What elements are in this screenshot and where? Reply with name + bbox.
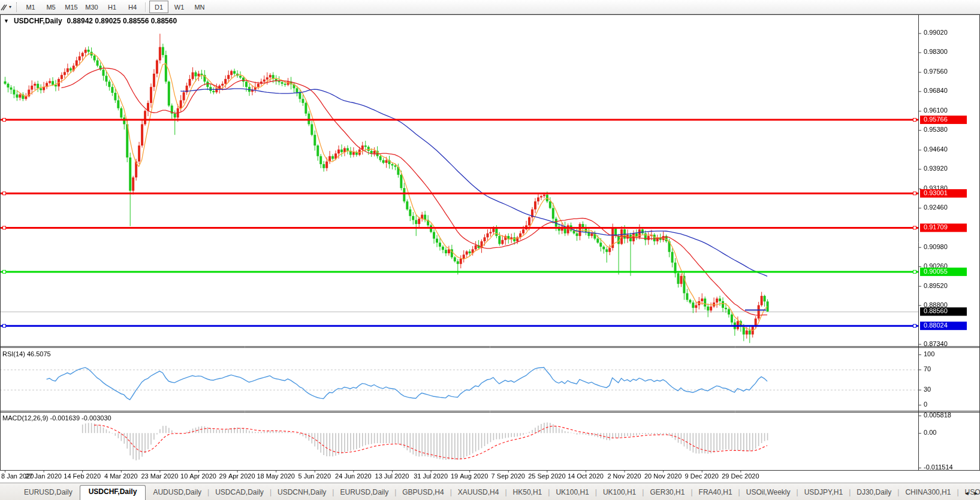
chart-tab-eurusd-daily[interactable]: EURUSD,Daily (334, 486, 394, 500)
chart-ohlc-values: 0.88942 0.89025 0.88556 0.88560 (67, 17, 177, 25)
top-toolbar: ▾ M1M5M15M30H1H4D1W1MN (0, 0, 980, 14)
tab-scroll-left-icon[interactable]: ◂ (965, 489, 969, 497)
chart-tool-icon (0, 3, 8, 11)
chevron-down-icon[interactable]: ▾ (9, 4, 11, 10)
chart-title: ▼ USDCHF,Daily 0.88942 0.89025 0.88556 0… (4, 17, 177, 25)
collapse-icon[interactable]: ▼ (4, 18, 9, 24)
timeframe-button-m15[interactable]: M15 (62, 1, 81, 13)
timeframe-button-mn[interactable]: MN (190, 1, 209, 13)
chart-canvas[interactable] (0, 14, 980, 483)
chart-tab-usdcad-daily[interactable]: USDCAD,Daily (209, 486, 270, 500)
rsi-indicator-label: RSI(14) 46.5075 (2, 350, 51, 357)
timeframe-button-h1[interactable]: H1 (102, 1, 122, 13)
chart-tab-dj30-daily[interactable]: DJ30,Daily (851, 486, 897, 500)
timeframe-button-w1[interactable]: W1 (170, 1, 189, 13)
chart-tool-button[interactable]: ▾ (0, 0, 14, 14)
chart-tab-usdcnh-daily[interactable]: USDCNH,Daily (272, 486, 332, 500)
toolbar-grip (16, 2, 17, 12)
timeframe-button-h4[interactable]: H4 (123, 1, 142, 13)
timeframe-button-m30[interactable]: M30 (82, 1, 101, 13)
chart-tab-uk100-h1[interactable]: UK100,H1 (550, 486, 595, 500)
chart-tab-usdchf-daily[interactable]: USDCHF,Daily (80, 485, 146, 500)
macd-indicator-label: MACD(12,26,9) -0.001639 -0.003030 (2, 414, 111, 422)
chart-tab-bar: EURUSD,DailyUSDCHF,DailyAUDUSD,Daily|USD… (0, 483, 980, 500)
tab-scroll-right-icon[interactable]: ▸ (974, 489, 978, 497)
chart-tab-xauusd-h4[interactable]: XAUUSD,H4 (452, 486, 505, 500)
chart-tab-gbpusd-h4[interactable]: GBPUSD,H4 (396, 486, 450, 500)
chart-tab-hk50-h1[interactable]: HK50,H1 (507, 486, 548, 500)
chart-tab-china300-h1[interactable]: CHINA300,H1 (899, 486, 957, 500)
timeframe-button-m5[interactable]: M5 (41, 1, 61, 13)
chart-tab-usdjpy-h1[interactable]: USDJPY,H1 (798, 486, 849, 500)
chart-window: ▼ USDCHF,Daily 0.88942 0.89025 0.88556 0… (0, 14, 980, 483)
chart-tab-ger30-h1[interactable]: GER30,H1 (644, 486, 690, 500)
chart-symbol-period: USDCHF,Daily (14, 17, 62, 25)
timeframe-button-m1[interactable]: M1 (21, 1, 40, 13)
chart-tab-eurusd-daily[interactable]: EURUSD,Daily (18, 486, 79, 500)
timeframe-button-d1[interactable]: D1 (149, 1, 168, 13)
chart-tab-usoil-weekly[interactable]: USOil,Weekly (740, 486, 797, 500)
chart-tab-audusd-daily[interactable]: AUDUSD,Daily (147, 486, 207, 500)
chart-tab-fra40-h1[interactable]: FRA40,H1 (693, 486, 738, 500)
toolbar-separator (145, 2, 146, 12)
chart-tab-uk100-h1[interactable]: UK100,H1 (597, 486, 642, 500)
